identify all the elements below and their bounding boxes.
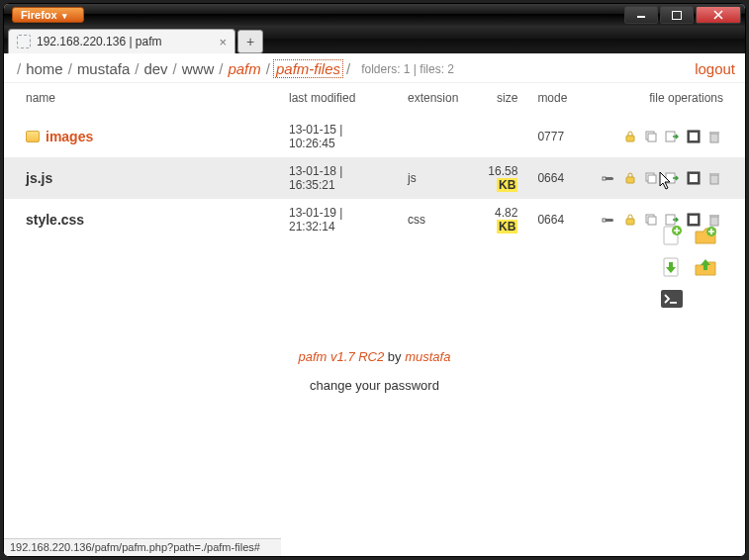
cell-size: 16.58 KB [466, 157, 525, 199]
upload-button[interactable] [694, 255, 717, 279]
breadcrumb: / home/ mustafa/ dev/ www/ pafm/ pafm-fi… [4, 53, 745, 83]
cell-ext: css [400, 199, 466, 240]
favicon-placeholder-icon [17, 35, 31, 48]
table-row: style.css 13-01-19 | 21:32:14 css 4.82 K… [4, 199, 745, 240]
crumb-pafm[interactable]: pafm [226, 60, 262, 77]
rename-icon[interactable] [686, 129, 702, 144]
svg-rect-34 [661, 290, 683, 308]
firefox-menu-button[interactable]: Firefox [12, 7, 84, 23]
svg-rect-29 [709, 215, 719, 217]
crumb-www[interactable]: www [180, 60, 217, 77]
window-close-button[interactable] [696, 6, 741, 24]
table-row: js.js 13-01-18 | 16:35:21 js 16.58 KB 06… [4, 157, 745, 199]
browser-tab[interactable]: 192.168.220.136 | pafm × [8, 29, 235, 53]
delete-icon[interactable] [706, 170, 722, 186]
file-name-link[interactable]: style.css [26, 212, 84, 228]
chmod-icon[interactable] [622, 212, 638, 228]
new-tab-button[interactable]: + [237, 30, 263, 53]
change-password-link[interactable]: change your password [4, 378, 745, 393]
copy-icon[interactable] [643, 129, 659, 144]
file-table: name last modified extension size mode f… [4, 83, 745, 240]
cell-modified: 13-01-18 | 16:35:21 [281, 157, 400, 199]
th-ext: extension [400, 83, 466, 116]
delete-icon[interactable] [706, 129, 722, 144]
new-file-button[interactable] [660, 224, 684, 247]
page-content: / home/ mustafa/ dev/ www/ pafm/ pafm-fi… [4, 53, 745, 556]
th-name: name [4, 83, 281, 116]
cell-mode: 0664 [525, 157, 575, 199]
svg-rect-21 [603, 219, 606, 222]
chmod-icon[interactable] [622, 170, 638, 186]
svg-rect-1 [673, 11, 682, 19]
svg-rect-7 [690, 133, 698, 140]
titlebar: Firefox [4, 4, 745, 26]
file-name-link[interactable]: js.js [26, 170, 52, 186]
svg-rect-0 [637, 16, 645, 18]
th-mode: mode [525, 83, 575, 116]
svg-rect-35 [670, 302, 677, 304]
folder-file-counts: folders: 1 | files: 2 [361, 62, 454, 76]
svg-rect-4 [648, 134, 656, 141]
folder-name-link[interactable]: images [46, 129, 93, 144]
table-row: images 13-01-15 | 10:26:45 0777 [4, 116, 745, 158]
copy-icon[interactable] [643, 170, 659, 186]
refresh-button[interactable] [660, 255, 684, 279]
svg-rect-18 [710, 175, 718, 184]
svg-rect-9 [709, 132, 719, 134]
crumb-home[interactable]: home [24, 60, 65, 77]
svg-rect-2 [626, 136, 634, 141]
tab-strip: 192.168.220.136 | pafm × + [4, 26, 745, 53]
crumb-dev[interactable]: dev [141, 60, 169, 77]
edit-icon[interactable] [601, 212, 616, 228]
svg-rect-27 [690, 216, 698, 224]
crumb-mustafa[interactable]: mustafa [75, 60, 132, 77]
terminal-button[interactable] [660, 287, 684, 311]
cell-modified: 13-01-15 | 10:26:45 [281, 116, 400, 158]
cell-mode: 0664 [525, 199, 575, 240]
status-bar: 192.168.220.136/pafm/pafm.php?path=./paf… [4, 538, 281, 556]
copy-icon[interactable] [643, 212, 659, 228]
chmod-icon[interactable] [622, 129, 638, 144]
svg-rect-8 [710, 134, 718, 142]
svg-rect-14 [648, 175, 656, 183]
cell-modified: 13-01-19 | 21:32:14 [281, 199, 400, 240]
svg-rect-17 [690, 174, 698, 182]
tab-title: 192.168.220.136 | pafm [37, 35, 162, 48]
th-ops: file operations [575, 83, 745, 116]
move-icon[interactable] [664, 129, 680, 144]
window-minimize-button[interactable] [624, 6, 658, 24]
svg-rect-11 [603, 177, 606, 180]
window-maximize-button[interactable] [660, 6, 694, 24]
tab-close-icon[interactable]: × [219, 36, 227, 48]
app-window: Firefox 192.168.220.136 | pafm × + / hom… [3, 3, 746, 557]
edit-icon[interactable] [601, 170, 616, 186]
th-size: size [466, 83, 525, 116]
crumb-pafm-files[interactable]: pafm-files [273, 59, 343, 78]
logout-link[interactable]: logout [695, 60, 735, 77]
th-modified: last modified [281, 83, 400, 116]
rename-icon[interactable] [686, 170, 702, 186]
footer-credit: pafm v1.7 RC2 by mustafa [4, 349, 745, 364]
cell-mode: 0777 [525, 116, 575, 158]
cell-size: 4.82 KB [466, 199, 525, 240]
global-operations [660, 224, 717, 311]
cell-ext: js [400, 157, 466, 199]
svg-rect-19 [709, 173, 719, 175]
move-icon[interactable] [664, 170, 680, 186]
new-folder-button[interactable] [694, 224, 717, 247]
svg-rect-22 [626, 219, 634, 225]
svg-rect-12 [626, 177, 634, 183]
folder-icon [26, 131, 40, 142]
svg-rect-24 [648, 217, 656, 225]
